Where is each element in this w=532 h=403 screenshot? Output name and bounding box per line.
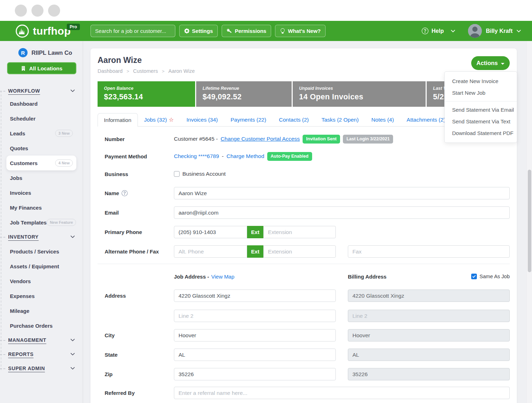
payment-account-link[interactable]: Checking ****6789 [174, 153, 219, 159]
chevron-down-icon [70, 89, 75, 92]
change-portal-access-link[interactable]: Change Customer Portal Access [221, 136, 300, 142]
sidebar-item-vendors[interactable]: Vendors [6, 274, 76, 288]
user-name[interactable]: Billy Kraft [486, 28, 513, 34]
sidebar-item-leads[interactable]: Leads3 New [6, 126, 76, 141]
section-inventory[interactable]: INVENTORY [0, 230, 83, 244]
menu-download-statement-pdf[interactable]: Download Statement PDF [445, 127, 517, 139]
billing-address-line2-input [348, 310, 510, 322]
job-address-line2-input[interactable] [174, 310, 336, 322]
tab-invoices[interactable]: Invoices (34) [180, 113, 224, 126]
brand-name: turfhop [33, 25, 71, 37]
view-map-link[interactable]: View Map [211, 274, 234, 280]
section-management[interactable]: MANAGEMENT [0, 333, 83, 347]
all-locations-label: All Locations [29, 65, 62, 71]
section-divider [98, 264, 510, 264]
email-input[interactable] [174, 206, 510, 219]
chevron-down-icon[interactable] [516, 30, 521, 33]
actions-button[interactable]: Actions [471, 56, 510, 70]
breadcrumb-separator: > [162, 69, 165, 74]
search-input[interactable] [90, 25, 175, 37]
tab-payments[interactable]: Payments (22) [224, 113, 273, 126]
caret-down-icon [501, 63, 504, 65]
tab-tasks[interactable]: Tasks (2 Open) [315, 113, 365, 126]
ext-label: Ext [247, 226, 263, 238]
sidebar-item-quotes[interactable]: Quotes [6, 141, 76, 156]
referred-by-input[interactable] [174, 387, 510, 399]
tab-jobs[interactable]: Jobs (32)☆ [138, 113, 180, 126]
zip-label: Zip [98, 371, 174, 377]
permissions-label: Permissions [235, 28, 266, 34]
section-workflow[interactable]: WORKFLOW [0, 86, 83, 96]
customer-number: Customer #5645 - [174, 136, 218, 142]
help-menu[interactable]: Help [422, 28, 456, 34]
alt-phone-label: Alternate Phone / Fax [98, 249, 174, 255]
tab-notes[interactable]: Notes (4) [365, 113, 401, 126]
customer-form: Number Customer #5645 - Change Customer … [98, 134, 510, 399]
sidebar-item-mileage[interactable]: Mileage [6, 303, 76, 318]
settings-button[interactable]: Settings [179, 25, 218, 37]
job-address-input[interactable] [174, 290, 336, 302]
sidebar-item-jobs[interactable]: Jobs [6, 170, 76, 185]
pro-badge: Pro [67, 24, 80, 30]
whats-new-button[interactable]: What's New? [275, 25, 326, 37]
breadcrumb-dashboard[interactable]: Dashboard [98, 68, 123, 74]
key-icon [227, 28, 232, 34]
section-reports[interactable]: REPORTS [0, 347, 83, 361]
job-address-label: Job Address - [174, 274, 209, 280]
sidebar-item-job-templates[interactable]: Job TemplatesNew Feature [6, 215, 76, 230]
sidebar-item-purchase-orders[interactable]: Purchase Orders [6, 318, 76, 333]
menu-start-new-job[interactable]: Start New Job [445, 87, 517, 99]
breadcrumb-current: Aaron Wize [168, 68, 195, 74]
permissions-button[interactable]: Permissions [222, 25, 271, 37]
primary-extension-input[interactable] [263, 226, 336, 238]
page-scrollbar[interactable] [526, 41, 532, 403]
tab-information[interactable]: Information [98, 113, 138, 127]
all-locations-button[interactable]: All Locations [7, 62, 76, 74]
business-label: Business [98, 171, 174, 177]
name-help-icon[interactable] [122, 190, 128, 196]
sidebar-item-dashboard[interactable]: Dashboard [6, 96, 76, 111]
scrollbar-thumb[interactable] [528, 170, 531, 272]
menu-send-statement-text[interactable]: Send Statement Via Text [445, 116, 517, 127]
name-input[interactable] [174, 187, 510, 199]
sidebar: R RIIPL Lawn Co All Locations WORKFLOW D… [0, 41, 83, 403]
menu-create-new-invoice[interactable]: Create New Invoice [445, 75, 517, 87]
window-dot [31, 5, 43, 17]
sidebar-item-products-services[interactable]: Products / Services [6, 244, 76, 259]
job-zip-input[interactable] [174, 368, 336, 380]
number-label: Number [98, 136, 174, 142]
sidebar-item-customers[interactable]: Customers4 New [6, 156, 76, 170]
tab-attachments[interactable]: Attachments (2) [400, 113, 451, 126]
stat-lifetime-revenue: Lifetime Revenue $49,092.52 [196, 81, 292, 107]
job-city-input[interactable] [174, 329, 336, 341]
sidebar-item-my-finances[interactable]: My Finances [6, 200, 76, 215]
sidebar-item-expenses[interactable]: Expenses [6, 288, 76, 303]
menu-send-statement-email[interactable]: Send Statement Via Email [445, 104, 517, 116]
billing-address-label: Billing Address [348, 274, 386, 280]
alt-phone-input[interactable] [174, 245, 247, 258]
job-state-input[interactable] [174, 349, 336, 361]
sidebar-item-scheduler[interactable]: Scheduler [6, 111, 76, 126]
fax-input[interactable] [348, 245, 510, 258]
business-account-checkbox[interactable] [174, 171, 180, 177]
company-name: RIIPL Lawn Co [31, 49, 72, 56]
window-dot [15, 5, 27, 17]
company-avatar: R [18, 48, 28, 57]
same-as-job-checkbox[interactable] [471, 274, 477, 279]
sidebar-item-assets-equipment[interactable]: Assets / Equipment [6, 259, 76, 274]
breadcrumb-customers[interactable]: Customers [133, 68, 158, 74]
ext-label: Ext [247, 245, 263, 258]
company-row[interactable]: R RIIPL Lawn Co [18, 48, 83, 57]
city-label: City [98, 332, 174, 338]
brand-logo[interactable]: turfhop Pro [15, 24, 71, 38]
billing-city-input [348, 329, 510, 341]
tab-contacts[interactable]: Contacts (2) [273, 113, 315, 126]
alt-extension-input[interactable] [263, 245, 336, 258]
sidebar-item-invoices[interactable]: Invoices [6, 185, 76, 200]
chevron-down-icon [70, 367, 75, 370]
charge-method-link[interactable]: Charge Method [227, 153, 264, 159]
new-count-badge: 4 New [55, 159, 73, 167]
section-super-admin[interactable]: SUPER ADMIN [0, 361, 83, 375]
primary-phone-input[interactable] [174, 226, 247, 238]
user-avatar[interactable] [468, 24, 482, 38]
